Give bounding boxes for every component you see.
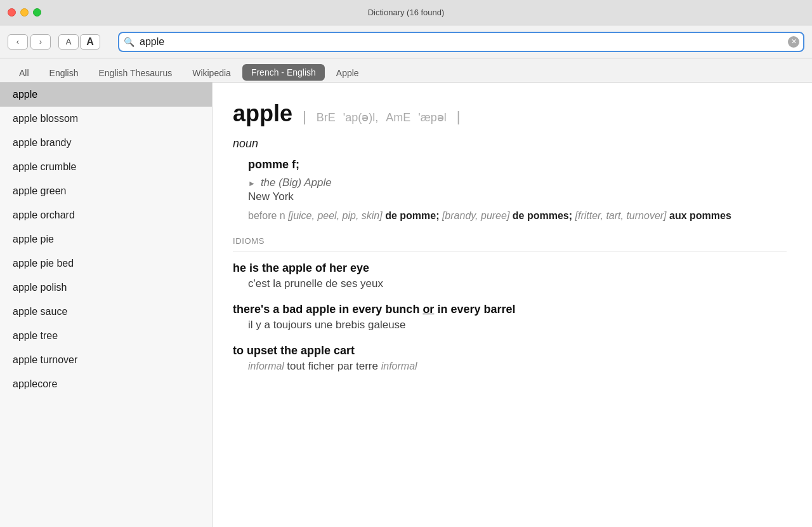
idiom-2: there's a bad apple in every bunch or in… <box>233 303 787 331</box>
idiom-1-translation: c'est la prunelle de ses yeux <box>248 277 787 290</box>
sidebar-item-apple-orchard[interactable]: apple orchard <box>0 203 212 227</box>
minimize-button[interactable] <box>20 8 29 17</box>
before-n-b3: aux pommes <box>669 210 731 221</box>
before-n-text: before n [juice, peel, pip, skin] de pom… <box>248 208 787 223</box>
tab-apple[interactable]: Apple <box>327 64 368 82</box>
idiom-3-phrase: to upset the apple cart <box>233 344 787 357</box>
idioms-label: IDIOMS <box>233 236 787 246</box>
sub-arrow-icon: ► <box>248 179 256 188</box>
search-icon: 🔍 <box>124 37 134 47</box>
sidebar-item-apple-blossom[interactable]: apple blossom <box>0 107 212 131</box>
tabs-bar: All English English Thesaurus Wikipedia … <box>0 58 812 83</box>
back-button[interactable]: ‹ <box>8 34 28 50</box>
idiom-2-phrase-part1: there's a bad apple in every bunch <box>233 303 422 316</box>
idiom-2-phrase-part2: in every barrel <box>437 303 515 316</box>
tab-wikipedia[interactable]: Wikipedia <box>183 64 240 82</box>
idiom-2-phrase: there's a bad apple in every bunch or in… <box>233 303 787 316</box>
ame-pron: 'æpəl <box>418 110 446 124</box>
before-n-i2: [brandy, puree] <box>442 210 513 221</box>
sidebar-item-apple-brandy[interactable]: apple brandy <box>0 131 212 155</box>
before-n-b1: de pomme; <box>385 210 442 221</box>
before-n-i1: [juice, peel, pip, skin] <box>288 210 385 221</box>
idiom-2-translation: il y a toujours une brebis galeuse <box>248 319 787 331</box>
font-size-buttons: A A <box>58 34 100 50</box>
search-input[interactable] <box>118 32 804 52</box>
entry-header: apple | BrE 'ap(ə)l, AmE 'æpəl | <box>233 100 787 127</box>
tab-french-english[interactable]: French - English <box>242 64 325 81</box>
sidebar-item-apple[interactable]: apple <box>0 83 212 107</box>
titlebar: Dictionary (16 found) <box>0 0 812 25</box>
sub-entry: ► the (Big) Apple <box>248 177 787 189</box>
sub-phrase: the (Big) Apple <box>261 177 332 189</box>
tab-english-thesaurus[interactable]: English Thesaurus <box>89 64 181 82</box>
close-button[interactable] <box>8 8 16 17</box>
nav-buttons: ‹ › <box>8 34 51 50</box>
sidebar-item-apple-polish[interactable]: apple polish <box>0 276 212 300</box>
search-clear-button[interactable]: ✕ <box>788 36 799 48</box>
ame-label: AmE <box>386 111 410 124</box>
idiom-2-phrase-or: or <box>422 303 434 316</box>
toolbar: ‹ › A A 🔍 ✕ <box>0 25 812 58</box>
bre-label: BrE <box>317 111 336 124</box>
idiom-3-informal2: informal <box>381 361 417 371</box>
search-container: 🔍 ✕ <box>118 32 804 52</box>
sidebar-item-apple-pie[interactable]: apple pie <box>0 227 212 251</box>
idiom-1: he is the apple of her eye c'est la prun… <box>233 262 787 290</box>
sidebar-item-apple-turnover[interactable]: apple turnover <box>0 348 212 372</box>
tab-all[interactable]: All <box>10 64 38 82</box>
part-of-speech: noun <box>233 137 787 150</box>
main-translation: pomme f; <box>248 158 787 171</box>
idiom-3-informal1: informal <box>248 361 287 371</box>
idiom-3-translation: informal tout ficher par terre informal <box>248 360 787 373</box>
forward-button[interactable]: › <box>30 34 51 50</box>
idioms-divider <box>233 251 787 251</box>
content-panel: apple | BrE 'ap(ə)l, AmE 'æpəl | noun po… <box>213 83 812 527</box>
sidebar-item-apple-pie-bed[interactable]: apple pie bed <box>0 251 212 276</box>
font-small-button[interactable]: A <box>58 34 79 50</box>
entry-divider1: | <box>303 109 306 125</box>
tab-english[interactable]: English <box>41 64 88 82</box>
entry-word: apple <box>233 100 292 127</box>
before-n-i3: [fritter, tart, turnover] <box>575 210 670 221</box>
idiom-3-translation-text: tout ficher par terre <box>287 360 381 372</box>
sidebar-item-applecore[interactable]: applecore <box>0 372 212 396</box>
idioms-section: IDIOMS he is the apple of her eye c'est … <box>233 236 787 373</box>
idiom-1-phrase: he is the apple of her eye <box>233 262 787 275</box>
sidebar-item-apple-crumble[interactable]: apple crumble <box>0 155 212 179</box>
window-title: Dictionary (16 found) <box>368 8 445 17</box>
font-large-button[interactable]: A <box>80 34 100 50</box>
sidebar: apple apple blossom apple brandy apple c… <box>0 83 213 527</box>
idiom-3: to upset the apple cart informal tout fi… <box>233 344 787 373</box>
bre-pron: 'ap(ə)l, <box>343 110 378 124</box>
entry-divider2: | <box>457 109 461 125</box>
before-n-b2: de pommes; <box>513 210 572 221</box>
maximize-button[interactable] <box>33 8 41 17</box>
sidebar-item-apple-sauce[interactable]: apple sauce <box>0 300 212 324</box>
sidebar-item-apple-green[interactable]: apple green <box>0 179 212 203</box>
sub-translation: New York <box>248 190 787 203</box>
main-area: apple apple blossom apple brandy apple c… <box>0 83 812 527</box>
before-n-label: before n <box>248 210 288 221</box>
sidebar-item-apple-tree[interactable]: apple tree <box>0 324 212 348</box>
traffic-lights <box>8 8 41 17</box>
